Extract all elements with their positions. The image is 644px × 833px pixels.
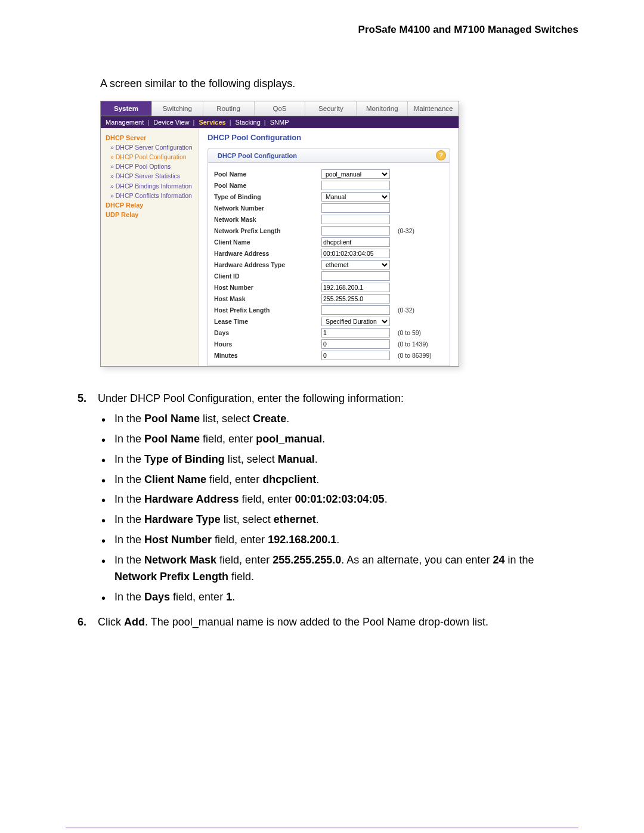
in-hours[interactable]: [321, 339, 390, 349]
bullet-8: In the Network Mask field, enter 255.255…: [98, 552, 578, 586]
screenshot-panel: System Switching Routing QoS Security Mo…: [100, 101, 459, 367]
note-hours: (0 to 1439): [398, 340, 428, 348]
note-days: (0 to 59): [398, 329, 421, 336]
panel-body: Pool Namepool_manual Pool Name Type of B…: [208, 163, 450, 366]
lbl-lease: Lease Time: [214, 318, 321, 325]
step-5-num: 5.: [78, 391, 98, 609]
footer-rule: [66, 828, 578, 828]
side-sec-udp-relay[interactable]: UDP Relay: [106, 211, 195, 218]
sel-hw-type[interactable]: ethernet: [321, 260, 390, 270]
note-host-pfx: (0-32): [398, 306, 414, 314]
in-host-mask[interactable]: [321, 294, 390, 304]
lbl-binding: Type of Binding: [214, 193, 321, 200]
bullet-1: In the Pool Name list, select Create.: [98, 411, 578, 428]
in-days[interactable]: [321, 328, 390, 337]
lbl-hw-addr: Hardware Address: [214, 250, 321, 257]
lbl-host-mask: Host Mask: [214, 295, 321, 302]
in-host-pfx[interactable]: [321, 305, 390, 315]
note-net-pfx: (0-32): [398, 227, 414, 234]
tab-monitoring[interactable]: Monitoring: [357, 101, 408, 116]
tab-system[interactable]: System: [101, 101, 152, 116]
tab-switching[interactable]: Switching: [152, 101, 203, 116]
lbl-hw-type: Hardware Address Type: [214, 261, 321, 268]
side-sec-dhcp-server[interactable]: DHCP Server: [106, 134, 195, 141]
step-5-lead: Under DHCP Pool Configuration, enter the…: [98, 392, 404, 404]
in-pool-name[interactable]: [321, 181, 390, 190]
subnav-snmp[interactable]: SNMP: [270, 119, 289, 126]
panel-header: DHCP Pool Configuration ?: [208, 148, 450, 163]
side-link-conflicts[interactable]: » DHCP Conflicts Information: [110, 192, 195, 200]
sub-nav: Management| Device View| Services| Stack…: [101, 116, 459, 128]
subnav-device-view[interactable]: Device View: [153, 119, 189, 126]
tab-security[interactable]: Security: [305, 101, 357, 116]
subnav-services[interactable]: Services: [199, 119, 225, 126]
step-5: 5. Under DHCP Pool Configuration, enter …: [78, 391, 578, 609]
tab-qos[interactable]: QoS: [255, 101, 306, 116]
bullet-9: In the Days field, enter 1.: [98, 589, 578, 606]
lbl-net-num: Network Number: [214, 205, 321, 212]
step-6: 6. Click Add. The pool_manual name is no…: [78, 614, 578, 631]
in-host-num[interactable]: [321, 283, 390, 292]
help-icon[interactable]: ?: [436, 150, 446, 160]
bullet-5: In the Hardware Address field, enter 00:…: [98, 491, 578, 508]
bullet-7: In the Host Number field, enter 192.168.…: [98, 532, 578, 549]
panel-title: DHCP Pool Configuration: [212, 152, 436, 159]
sel-lease[interactable]: Specified Duration: [321, 317, 390, 326]
in-client-name[interactable]: [321, 237, 390, 247]
bullet-2: In the Pool Name field, enter pool_manua…: [98, 431, 578, 448]
sel-binding[interactable]: Manual: [321, 192, 390, 202]
in-client-id[interactable]: [321, 271, 390, 281]
sidebar: DHCP Server » DHCP Server Configuration …: [101, 128, 199, 366]
lbl-host-pfx: Host Prefix Length: [214, 306, 321, 314]
side-link-bindings[interactable]: » DHCP Bindings Information: [110, 182, 195, 190]
tab-maintenance[interactable]: Maintenance: [408, 101, 459, 116]
bullet-4: In the Client Name field, enter dhcpclie…: [98, 472, 578, 488]
lbl-pool-name2: Pool Name: [214, 182, 321, 189]
instructions: 5. Under DHCP Pool Configuration, enter …: [78, 391, 578, 631]
lbl-hours: Hours: [214, 340, 321, 348]
doc-title: ProSafe M4100 and M7100 Managed Switches: [66, 24, 578, 36]
lbl-net-mask: Network Mask: [214, 216, 321, 223]
side-link-server-config[interactable]: » DHCP Server Configuration: [110, 144, 195, 151]
lbl-client-id: Client ID: [214, 272, 321, 280]
note-mins: (0 to 86399): [398, 352, 432, 359]
top-tabs: System Switching Routing QoS Security Mo…: [101, 101, 459, 116]
subnav-management[interactable]: Management: [106, 119, 144, 126]
subnav-stacking[interactable]: Stacking: [236, 119, 261, 126]
lbl-days: Days: [214, 329, 321, 336]
lbl-mins: Minutes: [214, 352, 321, 359]
side-sec-dhcp-relay[interactable]: DHCP Relay: [106, 202, 195, 209]
in-net-pfx[interactable]: [321, 226, 390, 236]
bullet-6: In the Hardware Type list, select ethern…: [98, 512, 578, 528]
in-net-num[interactable]: [321, 203, 390, 213]
side-link-server-stats[interactable]: » DHCP Server Statistics: [110, 172, 195, 180]
lbl-host-num: Host Number: [214, 284, 321, 291]
side-link-pool-options[interactable]: » DHCP Pool Options: [110, 163, 195, 171]
in-hw-addr[interactable]: [321, 249, 390, 258]
sel-pool-name[interactable]: pool_manual: [321, 169, 390, 179]
in-mins[interactable]: [321, 351, 390, 360]
lbl-net-pfx: Network Prefix Length: [214, 227, 321, 234]
lbl-client-name: Client Name: [214, 239, 321, 246]
bullet-3: In the Type of Binding list, select Manu…: [98, 451, 578, 468]
step-6-num: 6.: [78, 614, 98, 631]
in-net-mask[interactable]: [321, 215, 390, 224]
content-area: DHCP Pool Configuration DHCP Pool Config…: [199, 128, 459, 366]
intro-text: A screen similar to the following displa…: [100, 78, 578, 90]
lbl-pool-name: Pool Name: [214, 171, 321, 178]
side-link-pool-config[interactable]: » DHCP Pool Configuration: [110, 153, 195, 161]
tab-routing[interactable]: Routing: [203, 101, 255, 116]
content-title: DHCP Pool Configuration: [208, 133, 450, 142]
